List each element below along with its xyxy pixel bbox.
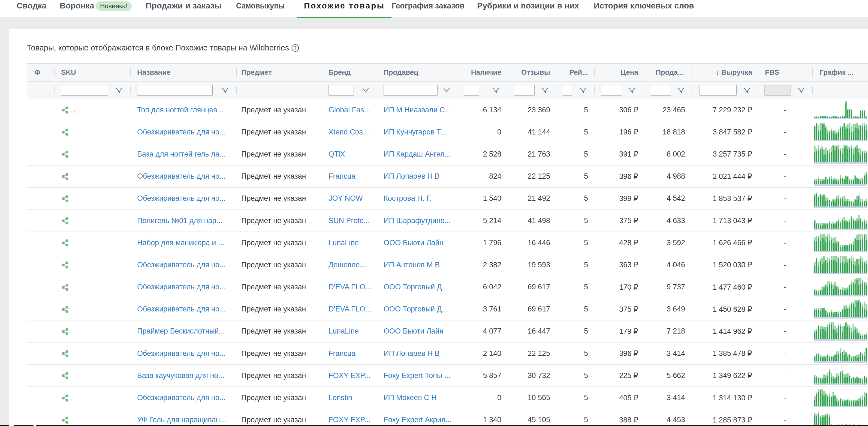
svg-text:?: ?: [294, 45, 297, 51]
